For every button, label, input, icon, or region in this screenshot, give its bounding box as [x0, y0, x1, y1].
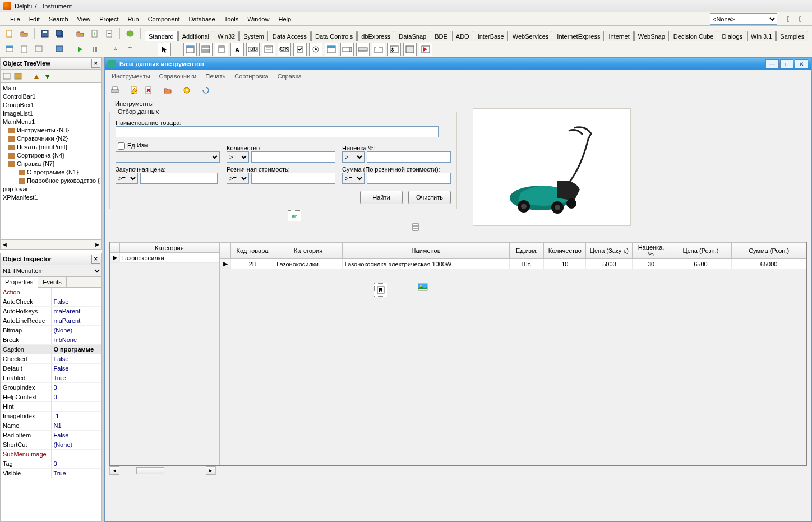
qty-input[interactable]: [251, 151, 335, 163]
prop-name[interactable]: Caption: [1, 345, 51, 354]
tb-edit-icon[interactable]: [127, 84, 141, 96]
prop-name[interactable]: Hint: [1, 402, 51, 412]
prop-value[interactable]: maParent: [51, 316, 101, 326]
comp-frames-icon[interactable]: [183, 43, 197, 56]
formmenu-print[interactable]: Печать: [201, 71, 230, 81]
clear-button[interactable]: Очистить: [408, 191, 451, 204]
prop-name[interactable]: SubMenuImage: [1, 450, 51, 459]
tab-bde[interactable]: BDE: [431, 31, 451, 41]
prop-name[interactable]: Default: [1, 364, 51, 373]
formmenu-dictionaries[interactable]: Справочники: [155, 71, 201, 81]
menu-run[interactable]: Run: [123, 13, 143, 25]
scroll-right-icon[interactable]: ►: [94, 241, 100, 248]
tree-item[interactable]: ControlBar1: [3, 93, 99, 101]
comp-scrollbar-icon[interactable]: [356, 43, 370, 56]
new-icon[interactable]: [3, 27, 16, 40]
main-grid[interactable]: Код товара Категория Наименов Ед.изм. Ко…: [220, 242, 806, 465]
comp-radiogroup-icon[interactable]: [387, 43, 401, 56]
run-icon[interactable]: [74, 43, 86, 56]
col-name[interactable]: Наименов: [342, 243, 510, 259]
prop-value[interactable]: О программе: [51, 345, 101, 354]
prop-value[interactable]: mbNone: [51, 335, 101, 345]
comp-panel-icon[interactable]: [403, 43, 417, 56]
prop-name[interactable]: AutoCheck: [1, 297, 51, 307]
col-category[interactable]: Категория: [274, 243, 343, 259]
col-retailprice[interactable]: Цена (Розн.): [670, 243, 732, 259]
prop-name[interactable]: AutoLineReduc: [1, 316, 51, 326]
comp-edit-icon[interactable]: ab: [246, 43, 260, 56]
checkbox-unit[interactable]: Ед.Изм: [116, 141, 220, 151]
prop-name[interactable]: HelpContext: [1, 392, 51, 402]
name-input[interactable]: [116, 126, 439, 137]
formmenu-sort[interactable]: Сортировка: [230, 71, 273, 81]
find-button[interactable]: Найти: [360, 191, 403, 204]
tree-item[interactable]: Подробное руководство {: [3, 177, 99, 185]
tab-datacontrols[interactable]: Data Controls: [311, 31, 357, 41]
view-form-icon[interactable]: [3, 43, 16, 56]
tab-dbexpress[interactable]: dbExpress: [357, 31, 394, 41]
formmenu-instruments[interactable]: Инструменты: [107, 71, 155, 81]
tree-item[interactable]: popTovar: [3, 185, 99, 193]
prop-value[interactable]: maParent: [51, 307, 101, 316]
prop-name[interactable]: Visible: [1, 469, 51, 478]
prop-name[interactable]: RadioItem: [1, 431, 51, 440]
prop-name[interactable]: Checked: [1, 354, 51, 364]
prop-name[interactable]: Break: [1, 335, 51, 345]
scroll-right-icon[interactable]: ►: [206, 466, 215, 475]
pause-icon[interactable]: [89, 43, 101, 56]
prop-value[interactable]: False: [51, 431, 101, 440]
menu-tools[interactable]: Tools: [220, 13, 243, 25]
tree-item[interactable]: XPManifest1: [3, 193, 99, 202]
saveall-icon[interactable]: [53, 27, 66, 40]
help-contents-icon[interactable]: [124, 27, 136, 40]
markup-op-select[interactable]: >=: [342, 151, 365, 163]
tab-interbase[interactable]: InterBase: [474, 31, 508, 41]
tb-print-icon[interactable]: [108, 84, 122, 96]
tab-samples[interactable]: Samples: [776, 31, 808, 41]
close-icon[interactable]: ✕: [91, 59, 100, 68]
tab-decisioncube[interactable]: Decision Cube: [670, 31, 718, 41]
col-sum[interactable]: Сумма (Розн.): [732, 243, 806, 259]
comp-pointer-icon[interactable]: [158, 43, 171, 56]
toggle-formunit-icon[interactable]: [33, 43, 45, 56]
menu-edit[interactable]: Edit: [25, 13, 44, 25]
menu-view[interactable]: View: [73, 13, 95, 25]
minimize-icon[interactable]: —: [765, 59, 779, 68]
prop-value[interactable]: False: [51, 297, 101, 307]
prop-name[interactable]: Name: [1, 421, 51, 431]
tab-system[interactable]: System: [239, 31, 268, 41]
comp-checkbox-icon[interactable]: [293, 43, 307, 56]
tree-item[interactable]: Инструменты {N3}: [3, 126, 99, 135]
comp-memo-icon[interactable]: [262, 43, 275, 56]
toolbar-btn-a[interactable]: [782, 13, 794, 25]
menu-file[interactable]: File: [6, 13, 25, 25]
prop-value[interactable]: [51, 288, 101, 297]
tab-websnap[interactable]: WebSnap: [634, 31, 669, 41]
prop-value[interactable]: 0: [51, 383, 101, 392]
prop-value[interactable]: N1: [51, 421, 101, 431]
prop-name[interactable]: AutoHotkeys: [1, 307, 51, 316]
tree-item[interactable]: Печать {mnuPrint}: [3, 143, 99, 151]
remove-file-icon[interactable]: −: [103, 27, 116, 40]
prop-name[interactable]: Bitmap: [1, 326, 51, 335]
menu-database[interactable]: Database: [184, 13, 220, 25]
tab-win32[interactable]: Win32: [214, 31, 239, 41]
scroll-thumb[interactable]: [136, 467, 164, 474]
project-combo[interactable]: <None>: [710, 13, 777, 25]
inspector-combo[interactable]: N1 TMenuItem: [0, 265, 102, 277]
prop-value[interactable]: [51, 450, 101, 459]
comp-popupmenu-icon[interactable]: [215, 43, 228, 56]
comp-mainmenu-icon[interactable]: [199, 43, 213, 56]
prop-value[interactable]: (None): [51, 440, 101, 450]
buyprice-input[interactable]: [140, 173, 218, 184]
imagelist-glyph[interactable]: [416, 280, 430, 294]
menu-search[interactable]: Search: [44, 13, 73, 25]
tree-up-icon[interactable]: ▲: [33, 72, 40, 81]
comp-radiobutton-icon[interactable]: [309, 43, 322, 56]
grid-hscroll[interactable]: ◄ ►: [109, 466, 216, 475]
tree-item[interactable]: Справка {N7}: [3, 160, 99, 168]
trace-into-icon[interactable]: [109, 43, 122, 56]
table-row[interactable]: ▶ 28 Газонокосилки Газонокосилка электри…: [220, 259, 806, 269]
prop-value[interactable]: False: [51, 354, 101, 364]
tab-win31[interactable]: Win 3.1: [747, 31, 776, 41]
